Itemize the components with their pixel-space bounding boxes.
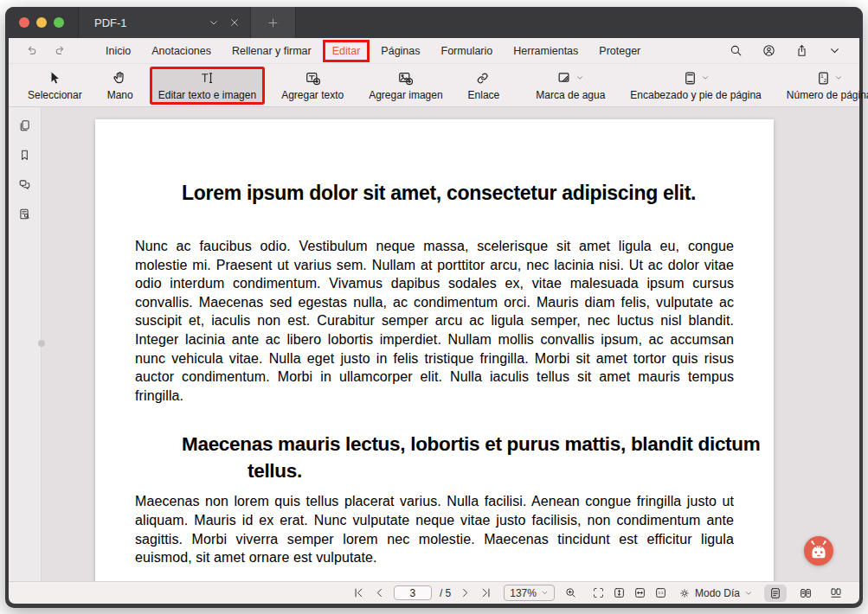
document-paragraph-1: Nunc ac faucibus odio. Vestibulum neque …: [135, 237, 734, 405]
actual-size-icon[interactable]: 1:1: [654, 586, 667, 599]
svg-text:2: 2: [824, 77, 826, 82]
next-page-button[interactable]: [459, 586, 472, 599]
menu-bar: Inicio Anotaciones Rellenar y firmar Edi…: [9, 38, 859, 64]
watermark-icon: [556, 70, 573, 86]
collapse-toolbar-chevron-icon[interactable]: [827, 43, 842, 58]
history-buttons: [9, 43, 68, 58]
tab-rellenar-y-firmar[interactable]: Rellenar y firmar: [232, 45, 312, 57]
tab-anotaciones[interactable]: Anotaciones: [151, 45, 211, 57]
document-search-icon[interactable]: [17, 207, 32, 221]
support-icon[interactable]: [762, 43, 776, 58]
svg-text:1:1: 1:1: [658, 591, 664, 595]
document-heading-2: Maecenas mauris lectus, lobortis et puru…: [95, 431, 774, 484]
edit-text-image-button[interactable]: Editar texto e imagen: [150, 67, 265, 105]
fit-width-icon[interactable]: [633, 586, 646, 599]
two-page-view-button[interactable]: [794, 585, 817, 602]
page-thumbnails-icon[interactable]: [17, 118, 32, 133]
status-bar: / 5 137% 1:1 Modo Día: [9, 581, 859, 604]
menu-tabs: Inicio Anotaciones Rellenar y firmar Edi…: [106, 45, 640, 57]
bookmarks-icon[interactable]: [17, 148, 32, 163]
zoom-level-value: 137%: [510, 587, 537, 599]
add-image-icon: [397, 70, 414, 86]
document-paragraph-2: Maecenas non lorem quis tellus placerat …: [135, 492, 734, 566]
add-text-button[interactable]: Agregar texto: [273, 67, 352, 105]
continuous-scroll-view-button[interactable]: [825, 585, 847, 602]
watermark-button[interactable]: Marca de agua: [527, 67, 614, 105]
zoom-level-select[interactable]: 137%: [504, 585, 555, 601]
undo-icon[interactable]: [24, 43, 39, 58]
page-number-icon: 12: [815, 70, 832, 86]
header-footer-button[interactable]: Encabezado y pie de página: [621, 67, 769, 105]
fit-height-icon[interactable]: [613, 586, 626, 599]
tab-chevron-down-icon[interactable]: [207, 16, 221, 29]
cursor-arrow-icon: [47, 70, 63, 86]
page-number-button[interactable]: 12 Número de página: [778, 67, 868, 105]
first-page-button[interactable]: [352, 586, 365, 599]
link-tool-button[interactable]: Enlace: [460, 67, 509, 105]
page-number-input[interactable]: [394, 585, 432, 600]
display-mode-select[interactable]: Modo Día: [678, 587, 753, 599]
document-heading-1: Lorem ipsum dolor sit amet, consectetur …: [95, 180, 774, 207]
tab-formulario[interactable]: Formulario: [441, 45, 493, 57]
add-image-button[interactable]: Agregar imagen: [360, 67, 451, 105]
select-tool-button[interactable]: Seleccionar: [19, 67, 91, 105]
minimize-window-button[interactable]: [36, 17, 47, 28]
hand-icon: [112, 70, 128, 86]
menu-right-icons: [729, 43, 859, 58]
panel-resize-handle[interactable]: [38, 340, 45, 347]
chevron-down-icon: [701, 74, 710, 82]
main-area: Lorem ipsum dolor sit amet, consectetur …: [9, 107, 859, 581]
title-bar: PDF-1: [5, 7, 863, 38]
add-text-icon: [305, 70, 321, 86]
search-icon[interactable]: [729, 43, 743, 58]
chevron-down-icon: [575, 74, 584, 82]
document-view[interactable]: Lorem ipsum dolor sit amet, consectetur …: [42, 107, 859, 581]
tab-herramientas[interactable]: Herramientas: [513, 45, 578, 57]
zoom-in-icon[interactable]: [564, 586, 577, 599]
ai-assistant-button[interactable]: [804, 536, 833, 566]
hand-tool-button[interactable]: Mano: [99, 67, 142, 105]
page-total-label: / 5: [440, 587, 451, 599]
chevron-down-icon: [541, 589, 549, 597]
fit-page-icon[interactable]: [592, 586, 605, 599]
new-tab-button[interactable]: [251, 7, 296, 38]
link-icon: [475, 70, 492, 86]
share-icon[interactable]: [794, 43, 809, 58]
traffic-lights: [5, 17, 78, 28]
sun-icon: [678, 587, 691, 599]
close-window-button[interactable]: [19, 17, 29, 28]
single-page-view-button[interactable]: [764, 585, 787, 602]
tab-paginas[interactable]: Páginas: [381, 45, 420, 57]
document-tab[interactable]: PDF-1: [78, 7, 251, 38]
edit-text-cursor-icon: [199, 70, 215, 86]
pdf-page[interactable]: Lorem ipsum dolor sit amet, consectetur …: [95, 119, 774, 581]
comments-icon[interactable]: [17, 177, 32, 192]
previous-page-button[interactable]: [373, 586, 386, 599]
document-tab-title: PDF-1: [94, 16, 200, 29]
tab-close-icon[interactable]: [228, 16, 241, 29]
chevron-down-icon: [834, 74, 843, 82]
last-page-button[interactable]: [479, 586, 492, 599]
tab-inicio[interactable]: Inicio: [106, 45, 131, 57]
redo-icon[interactable]: [53, 43, 68, 58]
zoom-window-button[interactable]: [54, 17, 64, 28]
app-window: PDF-1 Inicio Anotaciones Rellenar y firm…: [5, 7, 863, 608]
tool-bar: Seleccionar Mano Editar texto e imagen A…: [9, 64, 859, 107]
chevron-down-icon: [744, 589, 753, 598]
display-mode-label: Modo Día: [695, 587, 740, 599]
header-footer-icon: [682, 70, 698, 86]
tab-editar[interactable]: Editar: [332, 45, 361, 57]
left-panel-bar: [9, 107, 42, 581]
tab-proteger[interactable]: Proteger: [599, 45, 640, 57]
